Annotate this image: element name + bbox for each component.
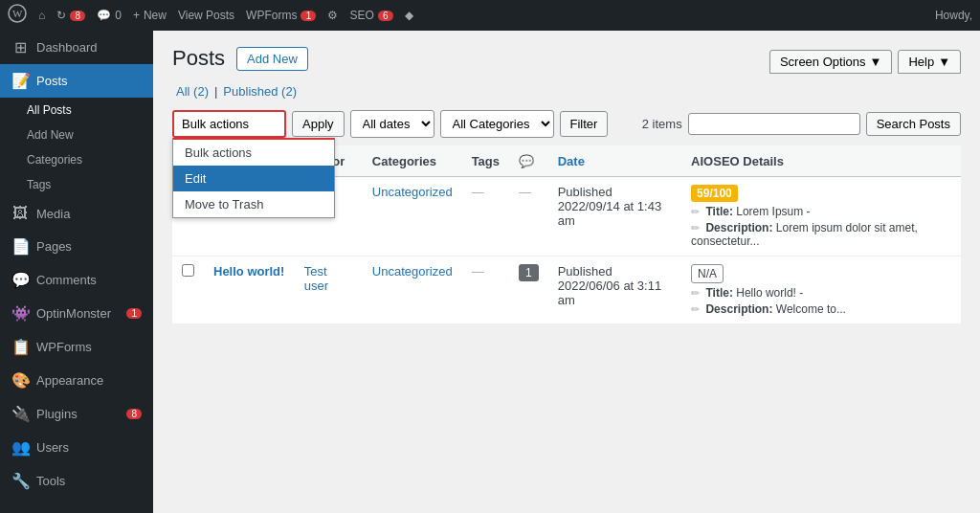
posts-icon: 📝 (11, 72, 29, 90)
row2-checkbox-cell (172, 256, 204, 324)
seo-badge: 6 (378, 11, 393, 21)
row1-tags-cell: — (462, 177, 509, 256)
media-icon: 🖼 (11, 205, 29, 222)
category-filter-select[interactable]: All Categories (440, 110, 554, 138)
dashboard-icon: ⊞ (11, 38, 29, 56)
row1-date-value: 2022/09/14 at 1:43 am (558, 199, 672, 228)
topbar-updates[interactable]: ↻ 8 (56, 9, 85, 22)
apply-button[interactable]: Apply (292, 111, 345, 137)
topbar-seo-icon[interactable]: ⚙ (327, 9, 338, 22)
topbar-view-posts[interactable]: View Posts (178, 9, 234, 22)
search-posts-button[interactable]: Search Posts (866, 112, 961, 136)
row1-date-status: Published (558, 185, 672, 199)
sidebar-item-plugins[interactable]: 🔌 Plugins 8 (0, 397, 153, 431)
row2-author-cell: Test user (295, 256, 363, 324)
sidebar-item-optinmonster[interactable]: 👾 OptinMonster 1 (0, 297, 153, 330)
row1-aioseo-cell: 59/100 ✏ Title: Lorem Ipsum - ✏ Descript… (681, 177, 961, 256)
row2-tags-value: — (472, 264, 484, 279)
updates-badge: 8 (70, 11, 85, 21)
optinmonster-badge: 1 (126, 308, 142, 319)
row2-title-link[interactable]: Hello world! (213, 264, 284, 279)
row2-comments-bubble[interactable]: 1 (519, 264, 539, 281)
bulk-actions-wrapper: Bulk actions Edit Move to Trash Bulk act… (172, 110, 286, 138)
screen-options-button[interactable]: Screen Options ▼ (769, 50, 892, 74)
comment-header-icon: 💬 (519, 154, 534, 168)
sidebar-item-media[interactable]: 🖼 Media (0, 197, 153, 230)
row1-tags-value: — (472, 185, 484, 199)
search-input[interactable] (688, 113, 860, 135)
pencil-icon-2: ✏ (691, 222, 700, 234)
filter-button[interactable]: Filter (560, 111, 609, 137)
sidebar-item-tools[interactable]: 🔧 Tools (0, 464, 153, 498)
topbar: W ⌂ ↻ 8 💬 0 + New View Posts WPForms 1 ⚙… (0, 0, 980, 31)
sidebar-item-wpforms[interactable]: 📋 WPForms (0, 330, 153, 364)
sidebar-item-posts[interactable]: 📝 Posts (0, 64, 153, 98)
row1-aioseo-desc: ✏ Description: Lorem ipsum dolor sit ame… (691, 221, 951, 248)
topbar-seo[interactable]: SEO 6 (349, 9, 392, 22)
row2-date-cell: Published 2022/06/06 at 3:11 am (548, 256, 681, 324)
th-aioseo: AIOSEO Details (681, 145, 961, 177)
topbar-wpforms[interactable]: WPForms 1 (246, 9, 316, 22)
toolbar: Bulk actions Edit Move to Trash Bulk act… (172, 110, 961, 138)
sidebar-item-users[interactable]: 👥 Users (0, 431, 153, 464)
optinmonster-icon: 👾 (11, 304, 29, 323)
wpforms-badge: 1 (301, 11, 316, 21)
wp-logo-icon[interactable]: W (8, 4, 27, 28)
sidebar-subitem-add-new[interactable]: Add New (0, 123, 153, 147)
pencil-icon-4: ✏ (691, 303, 700, 315)
topbar-howdy: Howdy, (935, 9, 972, 22)
row2-category-link[interactable]: Uncategorized (372, 264, 453, 279)
row1-aioseo-title: ✏ Title: Lorem Ipsum - (691, 205, 951, 218)
row1-comments-value: — (519, 185, 531, 199)
pages-icon: 📄 (11, 237, 29, 256)
topbar-house-icon[interactable]: ⌂ (38, 9, 45, 22)
wpforms-icon: 📋 (11, 338, 29, 356)
topbar-comments[interactable]: 💬 0 (97, 9, 122, 22)
row1-comments-cell: — (509, 177, 548, 256)
plugins-badge: 8 (126, 409, 142, 419)
row1-categories-cell: Uncategorized (363, 177, 462, 256)
sidebar-item-comments[interactable]: 💬 Comments (0, 263, 153, 297)
row2-aioseo-score-wrapper: N/A (691, 264, 951, 283)
row1-category-link[interactable]: Uncategorized (372, 185, 453, 199)
plugins-icon: 🔌 (11, 405, 29, 423)
svg-text:W: W (12, 8, 23, 19)
sidebar-item-dashboard[interactable]: ⊞ Dashboard (0, 31, 153, 64)
add-new-button[interactable]: Add New (236, 47, 308, 71)
table-row: Hello world! Test user Uncategorized — 1 (172, 256, 961, 324)
sidebar-subitem-categories[interactable]: Categories (0, 147, 153, 172)
bulk-actions-dropdown: Bulk actions Edit Move to Trash (172, 138, 335, 218)
sidebar-subitem-all-posts[interactable]: All Posts (0, 98, 153, 123)
row2-checkbox[interactable] (182, 264, 194, 277)
tab-all[interactable]: All (2) (172, 82, 212, 100)
sidebar-item-pages[interactable]: 📄 Pages (0, 230, 153, 263)
tools-icon: 🔧 (11, 472, 29, 490)
help-button[interactable]: Help ▼ (898, 50, 961, 74)
row2-author-link[interactable]: Test user (304, 264, 328, 293)
row2-aioseo-cell: N/A ✏ Title: Hello world! - ✏ Descriptio… (681, 256, 961, 324)
dropdown-item-bulk[interactable]: Bulk actions (173, 140, 334, 166)
tab-separator: | (212, 82, 219, 100)
toolbar-right: 2 items Search Posts (642, 112, 961, 136)
bulk-actions-select[interactable]: Bulk actions Edit Move to Trash (172, 110, 286, 138)
sidebar-subitem-tags[interactable]: Tags (0, 172, 153, 197)
sidebar-item-appearance[interactable]: 🎨 Appearance (0, 364, 153, 397)
tab-published[interactable]: Published (2) (219, 82, 301, 100)
th-date[interactable]: Date (548, 145, 681, 177)
topbar-diamond-icon[interactable]: ◆ (405, 9, 413, 22)
help-arrow-icon: ▼ (938, 55, 950, 69)
comments-icon: 💬 (11, 271, 29, 289)
row2-tags-cell: — (462, 256, 509, 324)
row2-aioseo-title: ✏ Title: Hello world! - (691, 286, 951, 300)
row1-aioseo-score-wrapper: 59/100 (691, 185, 951, 202)
topbar-new[interactable]: + New (133, 9, 167, 22)
dropdown-item-trash[interactable]: Move to Trash (173, 191, 334, 217)
date-filter-select[interactable]: All dates (350, 110, 434, 138)
th-categories: Categories (363, 145, 462, 177)
dropdown-item-edit[interactable]: Edit (173, 166, 334, 191)
post-tabs: All (2) | Published (2) (172, 82, 961, 100)
row2-date-status: Published (558, 264, 672, 279)
header-left: Posts Add New (172, 46, 308, 82)
th-tags: Tags (462, 145, 509, 177)
th-comments: 💬 (509, 145, 548, 177)
